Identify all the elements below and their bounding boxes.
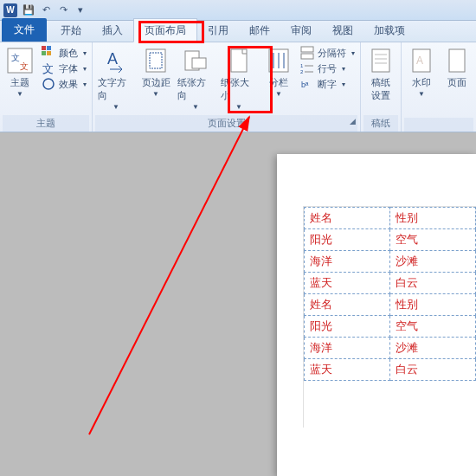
svg-rect-3	[42, 46, 46, 50]
table-row: 阳光空气	[305, 316, 476, 338]
redo-icon[interactable]: ↷	[55, 3, 71, 18]
watermark-icon: A	[408, 47, 435, 74]
svg-text:文: 文	[20, 61, 29, 71]
tab-page-layout[interactable]: 页面布局	[133, 18, 197, 42]
theme-fonts-button[interactable]: 文 字体▾	[42, 61, 87, 75]
dropdown-arrow-icon: ▼	[16, 90, 23, 98]
margins-icon	[142, 47, 170, 74]
file-tab[interactable]: 文件	[2, 18, 47, 42]
table-row: 海洋沙滩	[305, 338, 476, 359]
word-app-icon: W	[3, 3, 17, 17]
title-bar: W 💾 ↶ ↷ ▾	[0, 0, 476, 21]
table-row: 海洋沙滩	[305, 251, 476, 273]
svg-text:bª: bª	[301, 80, 309, 89]
group-page-setup: A 文字方向 ▼ 页边距 ▼ 纸张方向 ▼	[93, 42, 361, 132]
text-direction-icon: A	[102, 47, 130, 74]
svg-rect-5	[42, 51, 46, 55]
margins-button[interactable]: 页边距 ▼	[138, 44, 173, 98]
svg-text:A: A	[107, 50, 118, 68]
draft-settings-button[interactable]: 稿纸 设置	[363, 44, 398, 102]
svg-rect-32	[449, 49, 465, 72]
document-content: 姓名性别 阳光空气 海洋沙滩 蓝天白云 姓名性别 阳光空气 海洋沙滩 蓝天白云	[303, 206, 476, 428]
table-row: 姓名性别	[305, 294, 476, 316]
svg-point-8	[43, 79, 54, 89]
table-row: 蓝天白云	[305, 273, 476, 294]
hyphenation-button[interactable]: bª 断字▾	[300, 77, 355, 91]
orientation-button[interactable]: 纸张方向 ▼	[175, 44, 216, 111]
group-page-bg: A 水印 ▼ 页面	[402, 42, 476, 132]
svg-rect-26	[372, 49, 389, 72]
svg-rect-19	[301, 47, 313, 52]
svg-rect-14	[231, 49, 247, 72]
paper-size-button[interactable]: 纸张大小 ▼	[218, 44, 260, 111]
svg-text:2: 2	[300, 69, 304, 74]
svg-rect-13	[192, 58, 206, 68]
tab-review[interactable]: 审阅	[280, 19, 322, 42]
breaks-button[interactable]: 分隔符▾	[300, 46, 355, 60]
breaks-icon	[300, 46, 314, 60]
qat-more-icon[interactable]: ▾	[73, 3, 88, 18]
ribbon-tabs: 文件 开始 插入 页面布局 引用 邮件 审阅 视图 加载项	[0, 21, 476, 42]
save-icon[interactable]: 💾	[21, 3, 36, 18]
theme-colors-button[interactable]: 颜色▾	[42, 46, 87, 60]
svg-rect-6	[47, 51, 51, 55]
size-icon	[225, 47, 253, 74]
colors-icon	[42, 46, 55, 60]
effects-icon	[42, 77, 55, 91]
page-icon	[443, 47, 471, 74]
svg-text:A: A	[416, 55, 423, 67]
text-direction-button[interactable]: A 文字方向 ▼	[95, 44, 137, 111]
page-color-button[interactable]: 页面	[441, 44, 473, 89]
theme-button[interactable]: 文文 主题 ▼	[3, 44, 37, 98]
ribbon: 文文 主题 ▼ 颜色▾ 文 字体▾	[0, 42, 476, 132]
table-row: 阳光空气	[305, 229, 476, 251]
table-row: 蓝天白云	[305, 359, 476, 381]
document-page[interactable]: 姓名性别 阳光空气 海洋沙滩 蓝天白云 姓名性别 阳光空气 海洋沙滩 蓝天白云	[277, 154, 476, 476]
word-table[interactable]: 姓名性别 阳光空气 海洋沙滩 蓝天白云 姓名性别 阳光空气 海洋沙滩 蓝天白云	[304, 207, 476, 381]
columns-button[interactable]: 分栏 ▼	[261, 44, 296, 98]
dialog-launcher-icon[interactable]: ◢	[350, 117, 356, 125]
tab-home[interactable]: 开始	[50, 19, 92, 42]
hyphenation-icon: bª	[300, 77, 314, 91]
watermark-button[interactable]: A 水印 ▼	[404, 44, 439, 98]
line-numbers-icon: 12	[300, 61, 314, 75]
draft-icon	[367, 47, 395, 74]
tab-references[interactable]: 引用	[197, 19, 239, 42]
svg-text:文: 文	[11, 53, 20, 62]
group-theme: 文文 主题 ▼ 颜色▾ 文 字体▾	[0, 42, 93, 132]
line-numbers-button[interactable]: 12 行号▾	[300, 61, 355, 75]
group-draft: 稿纸 设置 稿纸	[361, 42, 402, 132]
svg-rect-20	[301, 54, 313, 59]
fonts-icon: 文	[42, 61, 55, 75]
quick-access-toolbar: 💾 ↶ ↷ ▾	[21, 3, 88, 18]
theme-effects-button[interactable]: 效果▾	[42, 77, 87, 91]
orientation-icon	[182, 47, 209, 74]
tab-insert[interactable]: 插入	[92, 19, 133, 42]
svg-line-33	[89, 117, 249, 434]
svg-text:文: 文	[42, 62, 54, 75]
table-row: 姓名性别	[305, 208, 476, 229]
tab-view[interactable]: 视图	[322, 19, 363, 42]
svg-rect-4	[47, 46, 51, 50]
svg-text:1: 1	[300, 63, 304, 68]
tab-mailings[interactable]: 邮件	[239, 19, 280, 42]
columns-icon	[265, 47, 293, 74]
undo-icon[interactable]: ↶	[38, 3, 54, 18]
theme-icon: 文文	[6, 47, 34, 74]
tab-addins[interactable]: 加载项	[363, 19, 415, 42]
